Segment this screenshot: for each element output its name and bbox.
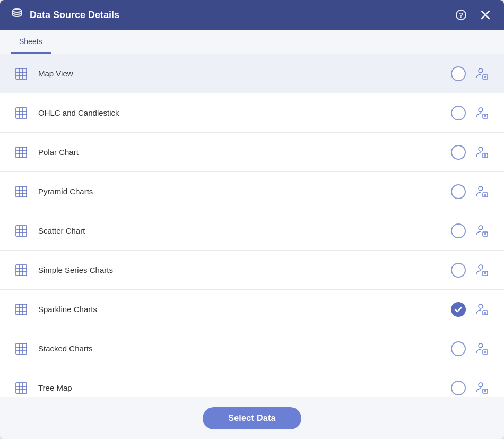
sheet-preview-7[interactable] (472, 300, 491, 319)
svg-rect-32 (16, 186, 27, 197)
sheet-actions-2 (451, 104, 491, 123)
sheet-preview-4[interactable] (472, 182, 491, 201)
svg-point-28 (479, 147, 483, 151)
dialog-container: Data Source Details ? Sheets (0, 0, 504, 439)
sheet-grid-icon-7 (13, 301, 30, 318)
svg-point-64 (479, 304, 483, 308)
svg-rect-5 (16, 68, 27, 79)
sheet-preview-5[interactable] (472, 221, 491, 240)
svg-point-19 (479, 108, 483, 112)
sheet-grid-icon-6 (13, 262, 30, 279)
sheet-actions-4 (451, 182, 491, 201)
tabs-area: Sheets (0, 30, 504, 54)
header-actions: ? (453, 7, 493, 23)
dialog-footer: Select Data (0, 397, 504, 439)
svg-rect-29 (483, 153, 488, 158)
header-left: Data Source Details (11, 7, 119, 22)
svg-rect-50 (16, 265, 27, 276)
sheet-actions-3 (451, 143, 491, 162)
svg-rect-23 (16, 147, 27, 158)
sheet-actions-1 (451, 64, 491, 83)
svg-rect-38 (483, 193, 488, 197)
sheet-radio-7[interactable] (451, 302, 466, 317)
tabs-list: Sheets (11, 30, 493, 54)
svg-rect-11 (483, 75, 488, 79)
sheet-row-6[interactable]: Simple Series Charts (0, 251, 504, 290)
sheet-radio-3[interactable] (451, 145, 466, 160)
select-data-button[interactable]: Select Data (203, 407, 301, 429)
tab-sheets[interactable]: Sheets (11, 30, 51, 54)
svg-rect-41 (16, 226, 27, 236)
sheet-name-6: Simple Series Charts (38, 265, 451, 274)
dialog-title: Data Source Details (30, 10, 119, 21)
sheet-grid-icon-8 (13, 340, 30, 357)
sheet-row-7[interactable]: Sparkline Charts (0, 290, 504, 329)
sheet-name-5: Scatter Chart (38, 226, 451, 235)
svg-rect-47 (483, 232, 488, 236)
sheet-preview-2[interactable] (472, 104, 491, 123)
sheet-grid-icon-2 (13, 105, 30, 122)
sheet-grid-icon-4 (13, 183, 30, 200)
svg-point-55 (479, 265, 483, 269)
sheet-grid-icon-1 (13, 65, 30, 82)
database-icon (11, 7, 23, 22)
svg-point-46 (479, 226, 483, 230)
svg-point-73 (479, 343, 483, 348)
svg-point-10 (479, 68, 483, 73)
svg-rect-68 (16, 343, 27, 354)
sheets-list: Map View (0, 54, 504, 397)
svg-rect-65 (483, 311, 488, 315)
svg-rect-20 (483, 114, 488, 118)
svg-rect-59 (16, 304, 27, 315)
dialog-header: Data Source Details ? (0, 0, 504, 30)
sheet-preview-3[interactable] (472, 143, 491, 162)
sheet-actions-9 (451, 378, 491, 397)
svg-rect-83 (483, 389, 488, 393)
svg-point-82 (479, 383, 483, 387)
svg-text:?: ? (459, 11, 463, 19)
sheet-radio-2[interactable] (451, 106, 466, 120)
svg-point-37 (479, 186, 483, 191)
sheet-actions-7 (451, 300, 491, 319)
sheet-actions-5 (451, 221, 491, 240)
close-button[interactable] (477, 7, 493, 23)
sheet-preview-8[interactable] (472, 339, 491, 358)
sheet-row-3[interactable]: Polar Chart (0, 133, 504, 172)
sheet-row-1[interactable]: Map View (0, 54, 504, 93)
sheet-name-4: Pyramid Charts (38, 187, 451, 196)
sheet-radio-8[interactable] (451, 341, 466, 356)
sheet-radio-5[interactable] (451, 223, 466, 238)
sheet-row-9[interactable]: Tree Map (0, 368, 504, 397)
sheet-row-4[interactable]: Pyramid Charts (0, 172, 504, 211)
svg-point-0 (13, 9, 21, 12)
sheet-row-5[interactable]: Scatter Chart (0, 211, 504, 251)
sheet-radio-4[interactable] (451, 184, 466, 199)
sheet-radio-6[interactable] (451, 263, 466, 278)
sheet-grid-icon-5 (13, 222, 30, 239)
sheet-name-7: Sparkline Charts (38, 305, 451, 314)
sheet-preview-1[interactable] (472, 64, 491, 83)
sheet-name-3: Polar Chart (38, 148, 451, 157)
svg-rect-14 (16, 108, 27, 118)
svg-rect-74 (483, 350, 488, 354)
sheet-grid-icon-3 (13, 144, 30, 161)
sheet-name-8: Stacked Charts (38, 344, 451, 353)
sheet-row-2[interactable]: OHLC and Candlestick (0, 93, 504, 133)
sheet-name-9: Tree Map (38, 383, 451, 392)
sheet-actions-6 (451, 261, 491, 280)
sheet-radio-1[interactable] (451, 66, 466, 81)
sheet-radio-9[interactable] (451, 381, 466, 395)
sheet-preview-9[interactable] (472, 378, 491, 397)
svg-rect-56 (483, 271, 488, 276)
sheet-grid-icon-9 (13, 380, 30, 397)
sheet-row-8[interactable]: Stacked Charts (0, 329, 504, 368)
sheet-preview-6[interactable] (472, 261, 491, 280)
sheet-actions-8 (451, 339, 491, 358)
svg-rect-77 (16, 383, 27, 393)
sheet-name-2: OHLC and Candlestick (38, 108, 451, 117)
sheet-name-1: Map View (38, 69, 451, 78)
help-button[interactable]: ? (453, 7, 469, 23)
